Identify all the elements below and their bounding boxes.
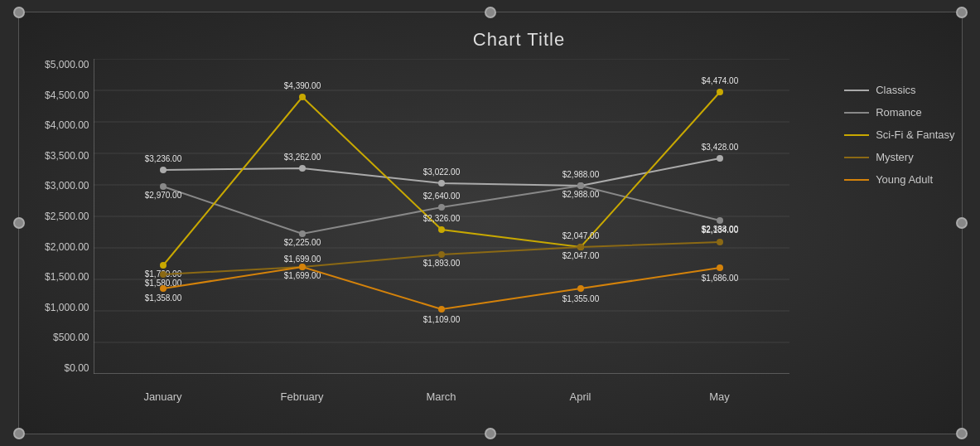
youngadult-point	[577, 285, 584, 292]
chart-container: Chart Title $5,000.00 $4,500.00 $4,000.0…	[18, 12, 963, 434]
classics-point	[160, 167, 167, 173]
x-label-april: April	[511, 390, 650, 403]
classics-label: $3,236.00	[144, 154, 181, 163]
x-label-march: March	[372, 390, 511, 403]
chart-legend: Classics Romance Sci-Fi & Fantasy Myster…	[844, 84, 954, 186]
classics-label: $3,428.00	[701, 143, 738, 152]
scifi-label: $4,474.00	[701, 76, 738, 85]
corner-decoration	[956, 217, 968, 229]
chart-title: Chart Title	[94, 29, 945, 51]
classics-label: $3,262.00	[283, 153, 321, 162]
corner-decoration	[13, 428, 25, 439]
youngadult-line	[163, 267, 720, 309]
y-axis: $5,000.00 $4,500.00 $4,000.00 $3,500.00 …	[23, 59, 89, 374]
youngadult-label: $1,355.00	[562, 294, 599, 303]
legend-line-classics	[844, 90, 869, 91]
scifi-line	[163, 92, 720, 265]
legend-label-scifi: Sci-Fi & Fantasy	[876, 128, 954, 141]
corner-decoration	[956, 7, 968, 18]
classics-label: $3,022.00	[422, 167, 460, 177]
youngadult-point	[438, 306, 445, 313]
y-label: $4,000.00	[23, 119, 89, 131]
x-label-january: January	[94, 390, 233, 403]
mystery-point	[438, 251, 445, 258]
x-axis: January February March April May	[94, 390, 789, 403]
romance-point	[717, 217, 723, 224]
y-label: $1,000.00	[23, 302, 89, 313]
legend-label-romance: Romance	[876, 106, 922, 119]
mystery-point	[577, 244, 584, 250]
y-label: $500.00	[23, 332, 89, 343]
romance-label: $2,225.00	[283, 238, 321, 247]
legend-item-youngadult: Young Adult	[844, 173, 954, 186]
legend-line-romance	[844, 112, 869, 114]
youngadult-label: $1,686.00	[701, 274, 738, 283]
youngadult-label: $1,358.00	[144, 293, 181, 303]
classics-point	[299, 165, 306, 172]
x-label-february: February	[233, 390, 372, 403]
youngadult-point	[160, 285, 167, 292]
corner-decoration	[956, 428, 968, 439]
youngadult-label: $1,109.00	[422, 315, 460, 324]
corner-decoration	[13, 7, 25, 18]
legend-line-youngadult	[844, 179, 869, 181]
legend-item-mystery: Mystery	[844, 151, 954, 163]
romance-label: $2,970.00	[144, 191, 181, 200]
legend-line-mystery	[844, 157, 869, 158]
legend-item-romance: Romance	[844, 106, 954, 119]
y-label: $1,500.00	[23, 271, 89, 283]
scifi-label: $2,047.00	[562, 231, 599, 240]
mystery-label: $2,047.00	[562, 251, 599, 260]
youngadult-point	[717, 264, 723, 271]
y-label: $2,500.00	[23, 211, 89, 222]
romance-point	[299, 230, 306, 237]
legend-label-classics: Classics	[876, 84, 915, 96]
legend-item-classics: Classics	[844, 84, 954, 96]
mystery-label: $2,134.00	[701, 225, 738, 235]
mystery-label: $1,699.00	[283, 271, 321, 280]
mystery-point	[160, 271, 167, 278]
scifi-point	[717, 89, 723, 95]
y-label: $3,000.00	[23, 180, 89, 191]
romance-point	[577, 182, 584, 189]
scifi-label: $4,390.00	[283, 81, 321, 90]
legend-label-mystery: Mystery	[876, 151, 914, 163]
scifi-point	[299, 94, 306, 100]
youngadult-point	[299, 264, 306, 270]
classics-point	[438, 180, 445, 187]
mystery-label: $1,893.00	[422, 259, 460, 268]
romance-label: $2,640.00	[422, 191, 460, 201]
y-label: $2,000.00	[23, 241, 89, 253]
classics-point	[717, 155, 723, 162]
legend-line-scifi	[844, 134, 869, 136]
romance-point	[438, 204, 445, 211]
x-label-may: May	[650, 390, 789, 403]
romance-label: $2,988.00	[562, 190, 599, 199]
classics-label: $2,988.00	[562, 170, 599, 179]
y-label: $0.00	[23, 362, 89, 374]
legend-label-youngadult: Young Adult	[876, 173, 933, 186]
youngadult-label: $1,699.00	[283, 255, 321, 264]
y-label: $3,500.00	[23, 150, 89, 162]
corner-decoration	[485, 428, 496, 439]
scifi-point	[160, 262, 167, 269]
scifi-label: $2,326.00	[422, 214, 460, 223]
corner-decoration	[485, 7, 496, 18]
y-label: $5,000.00	[23, 59, 89, 70]
scifi-point	[438, 226, 445, 233]
romance-point	[160, 183, 167, 190]
y-label: $4,500.00	[23, 90, 89, 101]
chart-svg: $3,236.00 $3,262.00 $3,022.00 $2,988.00 …	[94, 59, 789, 374]
legend-item-scifi: Sci-Fi & Fantasy	[844, 128, 954, 141]
mystery-point	[717, 239, 723, 245]
